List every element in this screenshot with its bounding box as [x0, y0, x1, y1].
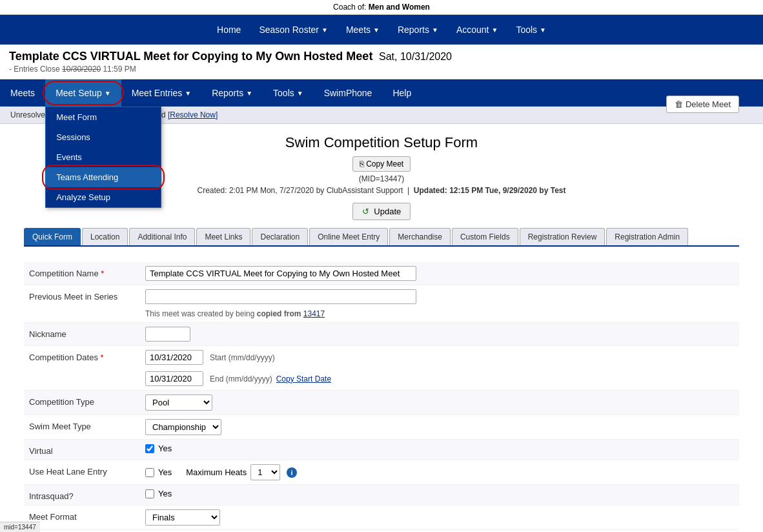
- nav-tools[interactable]: Tools ▼: [507, 17, 555, 43]
- tab-merchandise[interactable]: Merchandise: [389, 228, 451, 245]
- end-date-input[interactable]: [145, 371, 203, 386]
- subnav-meet-setup[interactable]: Meet Setup ▼: [45, 79, 121, 107]
- page-title-bar: Template CCS VIRTUAL Meet for Copying to…: [0, 45, 763, 79]
- label-heat-lane: Use Heat Lane Entry: [29, 464, 145, 476]
- label-nickname: Nickname: [29, 327, 145, 339]
- heat-lane-checkbox[interactable]: [145, 468, 154, 477]
- top-nav: Home Season Roster ▼ Meets ▼ Reports ▼ A…: [0, 15, 763, 45]
- copied-from-link[interactable]: 13417: [303, 309, 325, 318]
- page-title: Template CCS VIRTUAL Meet for Copying to…: [9, 50, 372, 63]
- control-competition-type: Pool Open Water Virtual: [145, 394, 734, 411]
- row-virtual: Virtual Yes: [24, 440, 739, 460]
- subnav-meets[interactable]: Meets: [0, 79, 45, 107]
- tab-custom-fields[interactable]: Custom Fields: [452, 228, 518, 245]
- control-virtual: Yes: [145, 444, 734, 453]
- tab-quick-form[interactable]: Quick Form: [24, 228, 81, 245]
- copy-icon: ⎘: [360, 159, 364, 169]
- req-star: *: [101, 269, 104, 278]
- meet-setup-arrow: ▼: [105, 90, 111, 97]
- row-competition-type: Competition Type Pool Open Water Virtual: [24, 391, 739, 415]
- tab-declaration[interactable]: Declaration: [252, 228, 308, 245]
- meet-entries-arrow: ▼: [185, 90, 191, 97]
- tab-additional-info[interactable]: Additional Info: [129, 228, 195, 245]
- label-meet-format: Meet Format: [29, 509, 145, 522]
- tab-registration-review[interactable]: Registration Review: [520, 228, 605, 245]
- row-intrasquad: Intrasquad? Yes: [24, 485, 739, 506]
- max-heats-select[interactable]: 1 2 3 4 5: [250, 464, 280, 480]
- label-competition-name: Competition Name *: [29, 266, 145, 278]
- subnav-meet-entries[interactable]: Meet Entries ▼: [121, 79, 202, 107]
- row-competition-dates: Competition Dates * Start (mm/dd/yyyy) E…: [24, 346, 739, 391]
- resolve-now-link[interactable]: [Resolve Now]: [168, 110, 218, 119]
- meet-format-select[interactable]: Finals Prelims/Finals Timed Finals: [145, 509, 220, 526]
- row-nickname: Nickname: [24, 323, 739, 346]
- competition-type-select[interactable]: Pool Open Water Virtual: [145, 394, 212, 411]
- reports-arrow: ▼: [432, 26, 438, 34]
- delete-meet-button[interactable]: 🗑 Delete Meet: [666, 96, 739, 113]
- nav-home[interactable]: Home: [208, 17, 250, 43]
- menu-analyze-setup[interactable]: Analyze Setup: [46, 187, 161, 207]
- row-meet-format: Meet Format Finals Prelims/Finals Timed …: [24, 506, 739, 530]
- tools-subnav-arrow: ▼: [297, 90, 303, 97]
- meet-date: Sat, 10/31/2020: [379, 51, 452, 62]
- update-button[interactable]: ↺ Update: [352, 203, 411, 220]
- entries-close: - Entries Close 10/30/2020 11:59 PM: [9, 63, 754, 76]
- copy-start-date-link[interactable]: Copy Start Date: [276, 374, 331, 384]
- bottom-id: mid=13447: [0, 522, 40, 532]
- tab-registration-admin[interactable]: Registration Admin: [606, 228, 688, 245]
- competition-name-input[interactable]: [145, 266, 416, 281]
- tab-meet-links[interactable]: Meet Links: [196, 228, 250, 245]
- menu-sessions[interactable]: Sessions: [46, 127, 161, 147]
- info-icon[interactable]: i: [287, 467, 297, 478]
- label-swim-meet-type: Swim Meet Type: [29, 419, 145, 431]
- max-heats-label: Maximum Heats: [186, 467, 247, 477]
- trash-icon: 🗑: [675, 99, 683, 109]
- copy-meet-button[interactable]: ⎘ Copy Meet: [352, 156, 411, 172]
- nav-meets[interactable]: Meets ▼: [337, 17, 389, 43]
- tools-arrow: ▼: [540, 26, 546, 34]
- subnav-reports[interactable]: Reports ▼: [201, 79, 263, 107]
- meet-setup-menu: Meet Form Sessions Events Teams Attendin…: [45, 107, 161, 208]
- row-swim-meet-type: Swim Meet Type Championship Dual Invitat…: [24, 415, 739, 440]
- nav-season-roster[interactable]: Season Roster ▼: [250, 17, 337, 43]
- nickname-input[interactable]: [145, 327, 190, 342]
- copied-from-text: This meet was created by being copied fr…: [145, 309, 325, 318]
- control-heat-lane: Yes Maximum Heats 1 2 3 4 5 i: [145, 464, 734, 480]
- coach-bar: Coach of: Men and Women: [0, 0, 763, 15]
- previous-meet-input[interactable]: [145, 289, 416, 304]
- virtual-yes-label: Yes: [158, 444, 172, 453]
- form-section: Competition Name * Previous Meet in Seri…: [24, 257, 739, 532]
- start-date-input[interactable]: [145, 350, 203, 365]
- intrasquad-yes-label: Yes: [158, 489, 172, 498]
- req-star-dates: *: [101, 353, 104, 362]
- virtual-checkbox[interactable]: [145, 444, 154, 453]
- intrasquad-checkbox[interactable]: [145, 489, 154, 498]
- label-previous-meet: Previous Meet in Series: [29, 289, 145, 302]
- tab-online-meet-entry[interactable]: Online Meet Entry: [309, 228, 388, 245]
- menu-meet-form[interactable]: Meet Form: [46, 107, 161, 127]
- subnav-swimphone[interactable]: SwimPhone: [314, 79, 383, 107]
- menu-teams-attending[interactable]: Teams Attending: [46, 167, 161, 187]
- meet-setup-dropdown-wrapper: Meet Setup ▼ Meet Form Sessions Events T…: [45, 79, 121, 107]
- row-heat-lane: Use Heat Lane Entry Yes Maximum Heats 1 …: [24, 460, 739, 485]
- nav-reports[interactable]: Reports ▼: [389, 17, 447, 43]
- subnav-tools[interactable]: Tools ▼: [263, 79, 314, 107]
- label-competition-dates: Competition Dates *: [29, 350, 145, 362]
- control-intrasquad: Yes: [145, 489, 734, 498]
- control-nickname: [145, 327, 734, 342]
- control-competition-name: [145, 266, 734, 281]
- coach-name: Men and Women: [369, 3, 430, 12]
- subnav-help[interactable]: Help: [382, 79, 422, 107]
- nav-account[interactable]: Account ▼: [447, 17, 507, 43]
- control-swim-meet-type: Championship Dual Invitational Time Tria…: [145, 419, 734, 435]
- menu-events[interactable]: Events: [46, 147, 161, 167]
- update-icon: ↺: [362, 207, 369, 216]
- tab-location[interactable]: Location: [82, 228, 128, 245]
- label-virtual: Virtual: [29, 444, 145, 456]
- sub-nav-wrapper: Meets Meet Setup ▼ Meet Form Sessions Ev…: [0, 79, 763, 107]
- row-previous-meet: Previous Meet in Series This meet was cr…: [24, 285, 739, 323]
- control-competition-dates: Start (mm/dd/yyyy) End (mm/dd/yyyy) Copy…: [145, 350, 734, 386]
- swim-meet-type-select[interactable]: Championship Dual Invitational Time Tria…: [145, 419, 221, 435]
- meets-arrow: ▼: [373, 26, 380, 34]
- season-roster-arrow: ▼: [321, 26, 328, 34]
